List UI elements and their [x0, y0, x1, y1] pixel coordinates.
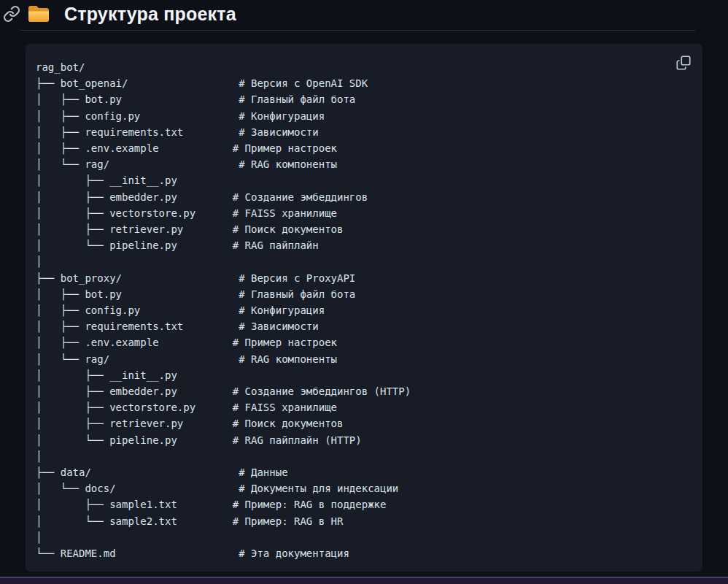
header-divider	[20, 30, 695, 31]
code-block: rag_bot/ ├── bot_openai/ # Версия с Open…	[26, 44, 702, 572]
documentation-page: { "header": { "title": "Структура проект…	[0, 0, 728, 584]
file-tree: rag_bot/ ├── bot_openai/ # Версия с Open…	[26, 44, 702, 572]
folder-icon	[27, 2, 50, 24]
page-title: Структура проекта	[64, 0, 236, 28]
anchor-link-icon[interactable]	[3, 5, 20, 23]
copy-button[interactable]	[674, 53, 693, 72]
copy-icon	[675, 55, 692, 71]
link-icon	[3, 5, 20, 23]
section-header: Структура проекта	[0, 0, 728, 31]
bottom-divider	[0, 577, 728, 584]
